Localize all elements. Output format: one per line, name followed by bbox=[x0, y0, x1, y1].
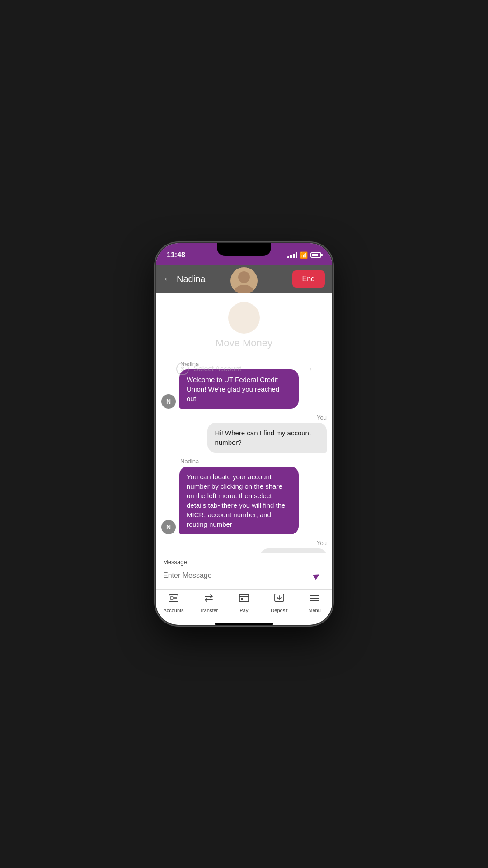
msg-row-3: N You can locate your account number by … bbox=[161, 467, 327, 534]
status-time: 11:48 bbox=[167, 251, 185, 259]
message-input-row: ► bbox=[163, 567, 325, 584]
message-group-4: You Great, thank you! Delivered bbox=[161, 540, 327, 553]
phone-screen: 11:48 📶 ← Nadina bbox=[156, 243, 332, 625]
bubble-2: Hi! Where can I find my account number? bbox=[207, 423, 327, 453]
header-left: ← Nadina bbox=[163, 274, 205, 284]
nav-item-menu[interactable]: Menu bbox=[301, 593, 328, 613]
header-avatar bbox=[230, 267, 258, 294]
accounts-label: Accounts bbox=[163, 608, 183, 613]
sender-label-1: Nadina bbox=[161, 361, 327, 368]
nav-item-pay[interactable]: Pay bbox=[230, 593, 258, 613]
svg-rect-8 bbox=[241, 598, 243, 600]
battery-icon bbox=[310, 252, 321, 258]
send-button[interactable]: ► bbox=[309, 567, 325, 584]
message-group-3: Nadina N You can locate your account num… bbox=[161, 458, 327, 534]
wifi-icon: 📶 bbox=[300, 251, 308, 259]
deposit-label: Deposit bbox=[271, 608, 287, 613]
bubble-1: Welcome to UT Federal Credit Union! We'r… bbox=[179, 369, 299, 409]
pay-icon bbox=[239, 593, 249, 606]
bg-title: Move Money bbox=[216, 337, 272, 349]
bottom-nav: Accounts Transfer bbox=[156, 589, 332, 620]
deposit-icon bbox=[274, 593, 285, 606]
svg-rect-6 bbox=[239, 594, 249, 602]
back-button[interactable]: ← bbox=[163, 274, 173, 284]
bg-avatar bbox=[228, 302, 260, 334]
avatar-1: N bbox=[161, 394, 176, 409]
menu-label: Menu bbox=[308, 608, 321, 613]
notch bbox=[217, 243, 271, 256]
menu-icon bbox=[309, 593, 320, 606]
svg-rect-3 bbox=[170, 597, 173, 599]
status-icons: 📶 bbox=[287, 251, 321, 259]
transfer-label: Transfer bbox=[200, 608, 218, 613]
chat-area: Move Money $ Select Account › Nadina N W bbox=[156, 293, 332, 553]
message-input-area: Message ► bbox=[156, 553, 332, 589]
messages-container: Nadina N Welcome to UT Federal Credit Un… bbox=[156, 352, 332, 553]
send-icon: ► bbox=[310, 568, 324, 583]
accounts-icon bbox=[168, 593, 179, 606]
msg-row-1: N Welcome to UT Federal Credit Union! We… bbox=[161, 369, 327, 409]
nav-item-transfer[interactable]: Transfer bbox=[195, 593, 222, 613]
phone-frame: 11:48 📶 ← Nadina bbox=[156, 243, 332, 625]
sender-label-3: Nadina bbox=[161, 458, 327, 465]
message-input-label: Message bbox=[163, 559, 325, 566]
message-input[interactable] bbox=[163, 571, 304, 580]
nav-item-accounts[interactable]: Accounts bbox=[160, 593, 187, 613]
bubble-4: Great, thank you! bbox=[260, 548, 327, 553]
msg-row-4: Great, thank you! bbox=[161, 548, 327, 553]
msg-row-2: Hi! Where can I find my account number? bbox=[161, 423, 327, 453]
pay-label: Pay bbox=[240, 608, 249, 613]
nav-item-deposit[interactable]: Deposit bbox=[266, 593, 293, 613]
avatar-3: N bbox=[161, 520, 176, 534]
home-indicator bbox=[215, 623, 273, 625]
message-group-1: Nadina N Welcome to UT Federal Credit Un… bbox=[161, 361, 327, 409]
svg-point-0 bbox=[238, 271, 250, 283]
signal-icon bbox=[287, 252, 297, 258]
sender-label-4: You bbox=[161, 540, 327, 547]
chat-header: ← Nadina End bbox=[156, 265, 332, 293]
bubble-3: You can locate your account number by cl… bbox=[179, 467, 299, 534]
transfer-icon bbox=[203, 593, 214, 606]
sender-label-2: You bbox=[161, 414, 327, 421]
chat-name: Nadina bbox=[177, 274, 205, 284]
end-button[interactable]: End bbox=[292, 270, 325, 288]
message-group-2: You Hi! Where can I find my account numb… bbox=[161, 414, 327, 453]
